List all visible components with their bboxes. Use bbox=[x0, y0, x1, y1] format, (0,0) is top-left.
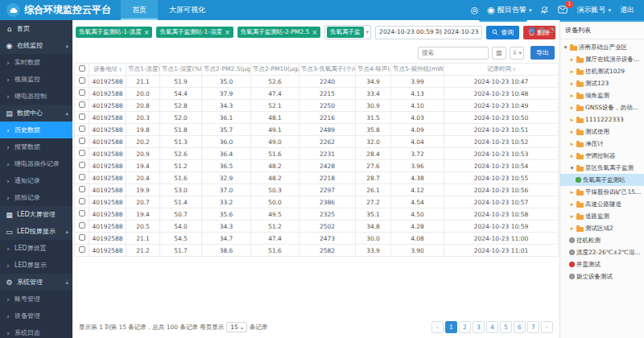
expand-icon[interactable]: ▸ bbox=[569, 105, 575, 111]
row-checkbox[interactable] bbox=[79, 210, 85, 216]
nav-item[interactable]: 首页 bbox=[121, 0, 158, 20]
column-header[interactable]: 设备地址▴▾ bbox=[89, 64, 126, 76]
prev-page-button[interactable]: ‹ bbox=[431, 321, 444, 333]
tree-folder-item[interactable]: ▸展厅在线演示设备（勿动） bbox=[560, 53, 644, 65]
tree-device-item[interactable]: 扬尘设备测试 bbox=[560, 270, 644, 282]
column-header[interactable]: 记录时间▴▾ bbox=[444, 64, 559, 76]
row-checkbox[interactable] bbox=[79, 89, 85, 96]
tree-folder-item[interactable]: ▸道路监测 bbox=[560, 210, 644, 222]
tree-folder-item[interactable]: ▸测试123 bbox=[560, 77, 644, 89]
sidebar-sub-item[interactable]: ›报警数据 bbox=[0, 138, 72, 155]
alert-menu[interactable]: ◉ 醒目告警 ▾ bbox=[487, 5, 531, 15]
tree-device-item[interactable]: 挂机检测 bbox=[560, 234, 644, 246]
tree-device-item[interactable]: 井盖测试 bbox=[560, 258, 644, 270]
page-button[interactable]: 2 bbox=[459, 321, 471, 333]
sidebar-sub-item[interactable]: ›LED屏设置 bbox=[0, 240, 72, 257]
row-checkbox[interactable] bbox=[79, 150, 85, 156]
row-checkbox[interactable] bbox=[79, 222, 85, 229]
tree-folder-item[interactable]: ▸平煤股份四矿己15-3101( bbox=[560, 186, 644, 198]
row-checkbox[interactable] bbox=[79, 162, 85, 168]
row-checkbox[interactable] bbox=[79, 174, 85, 180]
tree-device-item[interactable]: 负氧离子监测站 bbox=[560, 174, 644, 186]
logout-button[interactable]: 退出 bbox=[620, 5, 634, 15]
sort-icon[interactable]: ▴▾ bbox=[119, 67, 122, 72]
history-icon[interactable]: ◔ bbox=[548, 26, 555, 34]
row-checkbox[interactable] bbox=[79, 234, 85, 241]
sidebar-item[interactable]: ◉在线监控▴ bbox=[0, 37, 72, 54]
row-checkbox[interactable] bbox=[79, 77, 85, 84]
expand-icon[interactable]: ▸ bbox=[569, 189, 575, 196]
expand-icon[interactable]: ▸ bbox=[569, 93, 575, 99]
sidebar-sub-item[interactable]: ›历史数据 bbox=[0, 122, 72, 138]
select-all-checkbox[interactable] bbox=[79, 65, 85, 72]
tree-folder-item[interactable]: ▸空调控制器 bbox=[560, 150, 644, 162]
sidebar-item[interactable]: ⚙系统管理▴ bbox=[0, 274, 72, 291]
sidebar-sub-item[interactable]: ›实时数据 bbox=[0, 54, 72, 71]
export-menu-button[interactable]: ⇩ ▾ bbox=[510, 47, 524, 60]
sidebar-item[interactable]: ▤数据中心▴ bbox=[0, 105, 72, 122]
sidebar-sub-item[interactable]: ›系统日志 bbox=[0, 324, 72, 338]
page-size-select[interactable]: 15 ▴ bbox=[226, 322, 247, 332]
row-checkbox[interactable] bbox=[79, 198, 85, 204]
columns-toggle-button[interactable]: ▥ bbox=[492, 47, 506, 60]
export-button[interactable]: 导出 bbox=[530, 46, 555, 60]
page-button[interactable]: 6 bbox=[514, 321, 526, 333]
tree-folder-item[interactable]: ▸净压计 bbox=[560, 138, 644, 150]
tree-folder-item[interactable]: ▸倾角监测 bbox=[560, 89, 644, 101]
sidebar-sub-item[interactable]: ›视频监控 bbox=[0, 71, 72, 88]
column-header[interactable]: 节点2-PM2.5(μg/m³)▴▾ bbox=[202, 64, 251, 76]
tree-folder-item[interactable]: ▸测试使用 bbox=[560, 126, 644, 138]
expand-icon[interactable]: ▸ bbox=[569, 56, 575, 63]
query-button[interactable]: 查询 bbox=[486, 26, 519, 39]
expand-icon[interactable]: ▸ bbox=[569, 213, 575, 220]
tree-folder-item[interactable]: ▸挂机测试1029 bbox=[560, 65, 644, 77]
close-icon[interactable]: × bbox=[144, 29, 150, 36]
page-button[interactable]: 1 bbox=[445, 321, 457, 333]
expand-icon[interactable]: ▸ bbox=[569, 201, 575, 208]
sidebar-item[interactable]: ▦LED大屏管理 bbox=[0, 206, 72, 223]
column-header[interactable]: 节点2-PM10(μg/m³)▴▾ bbox=[251, 64, 299, 76]
row-checkbox[interactable] bbox=[79, 246, 85, 253]
station-select[interactable]: 负氧离子监▾ bbox=[324, 25, 371, 39]
expand-icon[interactable]: ▸ bbox=[569, 153, 575, 159]
column-header[interactable]: 节点1-温度(°C)▴▾ bbox=[126, 64, 160, 76]
page-button[interactable]: 7 bbox=[527, 321, 539, 333]
sidebar-item[interactable]: ▭LED投屏显示▴ bbox=[0, 223, 72, 240]
tree-folder-item[interactable]: ▸测试区域2 bbox=[560, 222, 644, 234]
column-header[interactable]: 节点4-噪声(dB)▴▾ bbox=[356, 64, 391, 76]
row-checkbox[interactable] bbox=[79, 113, 85, 120]
crosshair-icon[interactable]: ⊕ bbox=[539, 26, 546, 34]
column-header[interactable]: 节点1-湿度(%RH)▴▾ bbox=[160, 64, 202, 76]
message-button[interactable]: 1 bbox=[558, 6, 568, 15]
tree-folder-item[interactable]: ▾济南基础台产业区 bbox=[560, 41, 644, 53]
page-button[interactable]: 4 bbox=[486, 321, 498, 333]
expand-icon[interactable]: ▸ bbox=[569, 129, 575, 135]
sidebar-sub-item[interactable]: ›通知记录 bbox=[0, 172, 72, 189]
collapse-icon[interactable]: ▾ bbox=[569, 165, 575, 171]
sidebar-sub-item[interactable]: ›账号管理 bbox=[0, 291, 72, 307]
tree-folder-item[interactable]: ▸GNSS设备，勿动勿改 bbox=[560, 101, 644, 113]
sidebar-sub-item[interactable]: ›设备管理 bbox=[0, 307, 72, 324]
next-page-button[interactable]: › bbox=[541, 321, 553, 333]
date-range-input[interactable] bbox=[375, 26, 482, 39]
expand-icon[interactable]: ▸ bbox=[569, 117, 575, 123]
tree-device-item[interactable]: 温度22-26℃±2℃湿度45 bbox=[560, 246, 644, 258]
close-icon[interactable]: × bbox=[312, 29, 317, 36]
collapse-icon[interactable]: ▾ bbox=[563, 44, 568, 51]
search-input[interactable] bbox=[418, 47, 489, 60]
expand-icon[interactable]: ▸ bbox=[569, 80, 575, 87]
column-header[interactable]: 节点5-紫外线(mW/cm²)▴▾ bbox=[391, 64, 444, 76]
tree-folder-item[interactable]: ▸高速公路隧道 bbox=[560, 198, 644, 210]
chart-view-icon[interactable]: ▦ bbox=[529, 26, 536, 34]
tree-folder-item[interactable]: ▸1111222333 bbox=[560, 113, 644, 126]
horizontal-scrollbar-thumb[interactable] bbox=[479, 20, 527, 22]
column-header[interactable]: 节点3-负氧离子(个/cm³)▴▾ bbox=[299, 64, 356, 76]
nav-item[interactable]: 大屏可视化 bbox=[158, 0, 217, 20]
account-menu[interactable]: 演示账号 ▾ bbox=[576, 5, 611, 15]
sidebar-sub-item[interactable]: ›继电器操作记录 bbox=[0, 155, 72, 172]
row-checkbox[interactable] bbox=[79, 126, 85, 132]
row-checkbox[interactable] bbox=[79, 138, 85, 144]
sidebar-sub-item[interactable]: ›LED屏显示 bbox=[0, 257, 72, 274]
bell-muted-icon[interactable] bbox=[540, 6, 549, 14]
row-checkbox[interactable] bbox=[79, 186, 85, 192]
